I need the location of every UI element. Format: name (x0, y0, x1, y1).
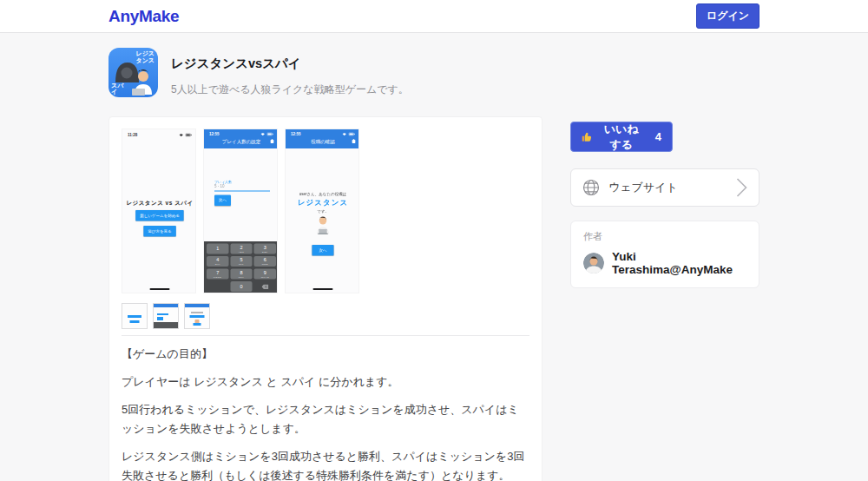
status-time: 12:55 (291, 132, 301, 136)
author-heading: 作者 (583, 230, 746, 243)
icon-label-line: スパ (111, 82, 123, 89)
next-button: 次へ (312, 245, 333, 256)
thumbnail-2[interactable] (153, 303, 179, 329)
like-button[interactable]: いいねする 4 (570, 122, 673, 152)
globe-icon (582, 179, 600, 196)
app-header: レジス タンス スパ イ レジスタンスvsスパイ 5人以上で遊べる人狼ライクな戦… (108, 48, 542, 97)
thumb-decor (154, 322, 178, 328)
screenshot-3[interactable]: 12:55 役職の確認 userさん、あなたの役職 (285, 128, 359, 293)
thumbs-up-icon (582, 130, 592, 143)
key-spacer (207, 281, 228, 292)
page-body: レジス タンス スパ イ レジスタンスvsスパイ 5人以上で遊べる人狼ライクな戦… (108, 33, 760, 481)
thumb-decor (194, 323, 201, 326)
wifi-icon (260, 133, 266, 136)
description-paragraph: 5回行われるミッションで、レジスタンスはミションを成功させ、スパイはミッションを… (122, 400, 529, 438)
like-count: 4 (655, 130, 661, 143)
icon-label-line: レジス (136, 50, 155, 57)
thumb-decor (154, 304, 178, 307)
key-3: 3DEF (254, 244, 276, 254)
wifi-icon (342, 133, 347, 136)
key-6: 6MNO (254, 256, 276, 267)
app-bar: 12:55 プレイ人数の設定 (204, 129, 278, 148)
thumbnail-strip (122, 303, 529, 329)
icon-label-line: タンス (136, 57, 155, 64)
battery-icon (349, 133, 356, 136)
screen-title: レジスタンス vs スパイ (122, 199, 196, 207)
battery-icon (186, 134, 193, 137)
thumb-decor (185, 304, 209, 307)
app-icon: レジス タンス スパ イ (108, 48, 158, 97)
status-time: 11:28 (128, 133, 137, 137)
website-label: ウェブサイト (608, 180, 678, 195)
thumb-decor (191, 312, 203, 313)
thumb-decor (157, 313, 168, 315)
author-name: Yuki Terashima@AnyMake (612, 250, 746, 276)
chevron-right-icon (736, 177, 747, 198)
next-button: 次へ (214, 195, 231, 207)
description-paragraph: プレイヤーは レジスタンス と スパイ に分かれます。 (122, 372, 529, 392)
key-5: 5JKL (230, 256, 252, 267)
home-indicator (150, 288, 170, 290)
status-bar: 11:28 (122, 129, 196, 137)
main-column: レジス タンス スパ イ レジスタンスvsスパイ 5人以上で遊べる人狼ライクな戦… (108, 33, 542, 481)
home-icon (352, 139, 356, 143)
app-bar: 12:55 役職の確認 (286, 129, 359, 148)
thumb-decor (157, 317, 163, 320)
content-card: 11:28 レジスタンス vs スパイ 新しいゲームを始める 遊び方を見る (108, 116, 542, 481)
status-bar: 12:55 (204, 129, 278, 136)
logo[interactable]: AnyMake (108, 7, 179, 26)
person-illustration (313, 215, 333, 235)
key-4: 4GHI (207, 256, 228, 267)
icon-label-bottom: スパ イ (111, 82, 123, 96)
site-header: AnyMake ログイン (0, 0, 868, 33)
thumb-decor (130, 320, 140, 323)
numeric-keypad: 1 2ABC 3DEF 4GHI 5JKL 6MNO 7PQRS 8TUV 9W… (204, 241, 278, 293)
input-underline (214, 191, 270, 192)
screenshot-gallery: 11:28 レジスタンス vs スパイ 新しいゲームを始める 遊び方を見る (122, 128, 529, 293)
status-time: 12:55 (209, 132, 220, 136)
thumb-decor (190, 315, 205, 318)
description-paragraph: 【ゲームの目的】 (122, 345, 529, 364)
app-subtitle: 5人以上で遊べる人狼ライクな戦略型ゲームです。 (171, 82, 409, 97)
backspace-key (254, 281, 276, 292)
battery-icon (267, 133, 274, 136)
icon-label-line: イ (111, 89, 123, 96)
how-to-play-button: 遊び方を見る (143, 226, 175, 237)
home-icon (270, 139, 274, 143)
screenshot-2[interactable]: 12:55 プレイ人数の設定 プレイ人数 (203, 128, 278, 293)
key-9: 9WXYZ (254, 269, 276, 280)
wifi-icon (179, 134, 184, 137)
role-intro-text: userさん、あなたの役職は (286, 191, 359, 197)
backspace-icon (261, 284, 268, 289)
key-7: 7PQRS (207, 269, 228, 280)
role-suffix-text: です。 (286, 208, 359, 214)
thumb-decor (128, 315, 141, 318)
key-0: 0 (230, 281, 252, 292)
sidebar: いいねする 4 ウェブサイト 作者 (570, 122, 760, 288)
app-bar-title: 役職の確認 (311, 139, 335, 144)
new-game-button: 新しいゲームを始める (135, 210, 184, 221)
avatar (583, 253, 604, 273)
divider (122, 335, 529, 336)
author-card: 作者 Yuki Terashima@AnyMake (570, 221, 760, 288)
page-title: レジスタンスvsスパイ (171, 56, 409, 72)
home-indicator (313, 288, 333, 290)
status-bar: 12:55 (286, 129, 359, 136)
input-hint: 5 - 10 (214, 184, 225, 188)
website-link[interactable]: ウェブサイト (570, 168, 760, 207)
app-bar-title: プレイ人数の設定 (222, 139, 261, 144)
description: 【ゲームの目的】 プレイヤーは レジスタンス と スパイ に分かれます。 5回行… (122, 345, 529, 481)
key-1: 1 (207, 244, 228, 254)
thumbnail-3[interactable] (184, 303, 210, 329)
thumbnail-1[interactable] (122, 303, 148, 329)
key-8: 8TUV (230, 269, 252, 280)
like-label: いいねする (599, 122, 644, 153)
login-button[interactable]: ログイン (696, 3, 760, 29)
role-name: レジスタンス (286, 197, 359, 208)
description-paragraph: レジスタンス側はミションを3回成功させると勝利、スパイはミッションを3回失敗させ… (122, 447, 529, 481)
screenshot-1[interactable]: 11:28 レジスタンス vs スパイ 新しいゲームを始める 遊び方を見る (122, 128, 196, 293)
key-2: 2ABC (230, 244, 252, 254)
icon-label-top: レジス タンス (136, 50, 155, 63)
